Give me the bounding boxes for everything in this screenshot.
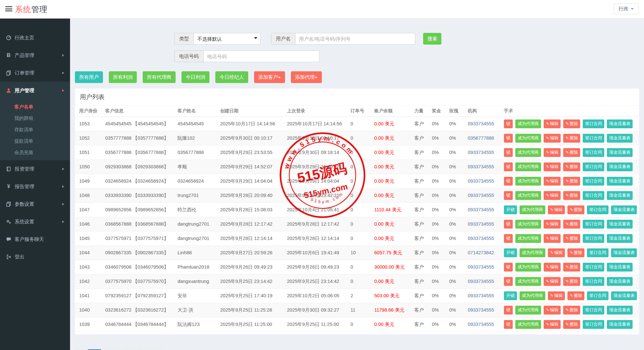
lock-button[interactable]: 锁 bbox=[504, 177, 513, 186]
edit-button[interactable]: ✎编辑 bbox=[544, 234, 561, 243]
lock-button[interactable]: 锁 bbox=[504, 263, 513, 272]
org-link[interactable]: 0933734555 bbox=[468, 236, 494, 241]
lock-button[interactable]: 开锁 bbox=[504, 248, 517, 257]
org-link[interactable]: 0933734555 bbox=[468, 121, 494, 126]
sign-contract-button[interactable]: 签订合同 bbox=[583, 119, 604, 128]
sign-contract-button[interactable]: 签订合同 bbox=[583, 234, 604, 243]
lock-button[interactable]: 锁 bbox=[504, 162, 513, 171]
sidebar-item-parameter-settings[interactable]: 参数设置 bbox=[0, 195, 70, 213]
sidebar-item-admin-home[interactable]: 行政主页 bbox=[0, 29, 70, 47]
cashflow-button[interactable]: 现金流量表 bbox=[607, 119, 633, 128]
sidebar-item-investment-management[interactable]: 投资管理 bbox=[0, 160, 70, 178]
sidebar-subitem-customer-list[interactable]: 客户名单 bbox=[0, 101, 70, 113]
lock-button[interactable]: 锁 bbox=[504, 277, 513, 286]
edit-button[interactable]: ✎编辑 bbox=[548, 291, 565, 300]
become-agent-button[interactable]: 成为代理商 bbox=[515, 162, 541, 171]
edit-button[interactable]: ✎编辑 bbox=[544, 306, 561, 315]
sign-contract-button[interactable]: 签订合同 bbox=[583, 277, 604, 286]
erase-button[interactable]: ✎擦除 bbox=[563, 177, 580, 186]
become-agent-button[interactable]: 成为代理商 bbox=[515, 177, 541, 186]
sign-contract-button[interactable]: 签订合同 bbox=[583, 162, 604, 171]
lock-button[interactable]: 锁 bbox=[504, 220, 513, 229]
sidebar-item-report-management[interactable]: ¥ 报告管理 bbox=[0, 178, 70, 195]
become-agent-button[interactable]: 成为代理商 bbox=[515, 306, 541, 315]
sidebar-item-product-management[interactable]: Ƀ 产品管理 bbox=[0, 47, 70, 64]
edit-button[interactable]: ✎编辑 bbox=[544, 148, 561, 157]
org-link[interactable]: 0933734555 bbox=[468, 150, 494, 155]
user-menu-button[interactable]: 行政 bbox=[614, 3, 639, 14]
become-agent-button[interactable]: 成为代理商 bbox=[515, 134, 541, 143]
all-agents-button[interactable]: 所有代理商 bbox=[143, 71, 176, 83]
cashflow-button[interactable]: 现金流量表 bbox=[607, 320, 633, 329]
become-agent-button[interactable]: 成为代理商 bbox=[515, 148, 541, 157]
erase-button[interactable]: ✎擦除 bbox=[563, 119, 580, 128]
edit-button[interactable]: ✎编辑 bbox=[544, 162, 561, 171]
erase-button[interactable]: ✎擦除 bbox=[563, 234, 580, 243]
org-link[interactable]: 0933734555 bbox=[468, 322, 494, 327]
cashflow-button[interactable]: 现金流量表 bbox=[607, 134, 633, 143]
erase-button[interactable]: ✎擦除 bbox=[563, 191, 580, 200]
lock-button[interactable]: 锁 bbox=[504, 148, 513, 157]
become-agent-button[interactable]: 成为代理商 bbox=[520, 205, 545, 214]
org-link[interactable]: 0933734555 bbox=[468, 164, 494, 169]
edit-button[interactable]: ✎编辑 bbox=[544, 320, 561, 329]
sidebar-item-customer-service-chat[interactable]: 客户服务聊天 bbox=[0, 231, 70, 248]
cashflow-button[interactable]: 现金流量表 bbox=[607, 263, 633, 272]
sign-contract-button[interactable]: 签订合同 bbox=[583, 263, 604, 272]
today-profit-button[interactable]: 今日利润 bbox=[181, 71, 209, 83]
become-agent-button[interactable]: 成为代理商 bbox=[515, 234, 541, 243]
org-link[interactable]: 0933734555 bbox=[468, 207, 494, 212]
sidebar-subitem-member-recharge[interactable]: 会员充值 bbox=[0, 147, 70, 158]
sign-contract-button[interactable]: 签订合同 bbox=[583, 191, 604, 200]
erase-button[interactable]: ✎擦除 bbox=[563, 277, 580, 286]
org-link[interactable]: 0714273842 bbox=[468, 250, 494, 255]
org-link[interactable]: 0356777888 bbox=[468, 135, 494, 141]
today-brokers-button[interactable]: 今日经纪人 bbox=[215, 71, 248, 83]
lock-button[interactable]: 锁 bbox=[504, 191, 513, 200]
become-agent-button[interactable]: 成为代理商 bbox=[515, 220, 541, 229]
org-link[interactable]: 0933734555 bbox=[468, 178, 494, 184]
org-link[interactable]: 0933734555 bbox=[468, 307, 494, 313]
erase-button[interactable]: ✎擦除 bbox=[567, 205, 584, 214]
sign-contract-button[interactable]: 签订合同 bbox=[583, 320, 604, 329]
sidebar-item-logout[interactable]: 登出 bbox=[0, 248, 70, 266]
edit-button[interactable]: ✎编辑 bbox=[544, 119, 561, 128]
erase-button[interactable]: ✎擦除 bbox=[567, 248, 584, 257]
add-customer-button[interactable]: 添加客户+ bbox=[254, 71, 285, 83]
edit-button[interactable]: ✎编辑 bbox=[544, 263, 561, 272]
edit-button[interactable]: ✎编辑 bbox=[544, 191, 561, 200]
erase-button[interactable]: ✎擦除 bbox=[563, 162, 580, 171]
sidebar-subitem-deposit-list[interactable]: 存款清单 bbox=[0, 124, 70, 135]
cashflow-button[interactable]: 现金流量表 bbox=[607, 177, 633, 186]
add-agent-button[interactable]: 添加代理+ bbox=[291, 71, 322, 83]
become-agent-button[interactable]: 成为代理商 bbox=[515, 191, 541, 200]
cashflow-button[interactable]: 现金流量表 bbox=[607, 148, 633, 157]
sign-contract-button[interactable]: 签订合同 bbox=[583, 220, 604, 229]
sign-contract-button[interactable]: 签订合同 bbox=[583, 134, 604, 143]
erase-button[interactable]: ✎擦除 bbox=[563, 134, 580, 143]
sign-contract-button[interactable]: 签订合同 bbox=[583, 306, 604, 315]
org-link[interactable]: 0933734555 bbox=[468, 279, 494, 284]
edit-button[interactable]: ✎编辑 bbox=[544, 277, 561, 286]
sign-contract-button[interactable]: 签订合同 bbox=[587, 248, 608, 257]
sign-contract-button[interactable]: 签订合同 bbox=[587, 291, 608, 300]
cashflow-button[interactable]: 现金流量表 bbox=[607, 162, 633, 171]
lock-button[interactable]: 锁 bbox=[504, 119, 513, 128]
sidebar-subitem-my-groups[interactable]: 我的群组 bbox=[0, 113, 70, 124]
lock-button[interactable]: 锁 bbox=[504, 320, 513, 329]
phone-input[interactable] bbox=[204, 50, 320, 62]
sign-contract-button[interactable]: 签订合同 bbox=[583, 177, 604, 186]
sidebar-item-order-management[interactable]: 订单管理 bbox=[0, 64, 70, 82]
edit-button[interactable]: ✎编辑 bbox=[548, 248, 565, 257]
become-agent-button[interactable]: 成为代理商 bbox=[520, 291, 545, 300]
sidebar-item-user-management[interactable]: 用户管理 bbox=[0, 82, 70, 99]
org-link[interactable]: 0933734555 bbox=[468, 193, 494, 198]
cashflow-button[interactable]: 现金流量表 bbox=[607, 191, 633, 200]
cashflow-button[interactable]: 现金流量表 bbox=[611, 248, 637, 257]
cashflow-button[interactable]: 现金流量表 bbox=[607, 306, 633, 315]
menu-toggle-icon[interactable] bbox=[5, 6, 12, 12]
org-link[interactable]: 0933734555 bbox=[468, 221, 494, 227]
all-users-button[interactable]: 所有用户 bbox=[75, 71, 103, 83]
erase-button[interactable]: ✎擦除 bbox=[563, 220, 580, 229]
sidebar-subitem-withdrawal-list[interactable]: 提款清单 bbox=[0, 135, 70, 147]
